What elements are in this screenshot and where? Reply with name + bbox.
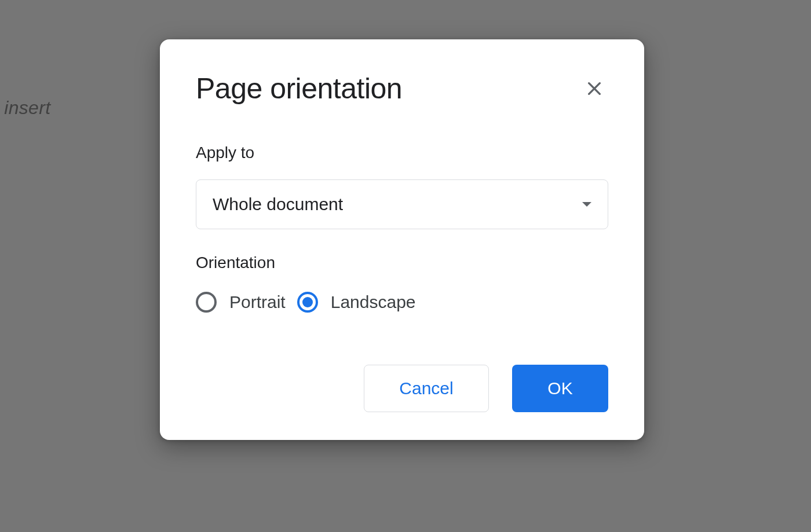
background-partial-text: o insert <box>0 97 50 119</box>
radio-label-landscape: Landscape <box>331 292 416 312</box>
apply-to-label: Apply to <box>196 144 608 162</box>
apply-to-dropdown[interactable]: Whole document <box>196 179 608 229</box>
dialog-header: Page orientation <box>196 72 608 105</box>
radio-option-portrait[interactable]: Portrait <box>196 292 286 313</box>
orientation-label: Orientation <box>196 254 608 272</box>
cancel-button[interactable]: Cancel <box>364 365 489 412</box>
apply-to-value: Whole document <box>213 195 343 214</box>
page-orientation-dialog: Page orientation Apply to Whole document… <box>160 39 644 440</box>
close-icon <box>585 79 604 98</box>
close-button[interactable] <box>580 75 608 102</box>
dialog-button-row: Cancel OK <box>196 365 608 412</box>
chevron-down-icon <box>582 202 591 207</box>
orientation-radio-group: Portrait Landscape <box>196 292 608 313</box>
dialog-title: Page orientation <box>196 72 402 105</box>
radio-option-landscape[interactable]: Landscape <box>297 292 416 313</box>
radio-label-portrait: Portrait <box>229 292 286 312</box>
radio-unchecked-icon <box>196 292 217 313</box>
ok-button[interactable]: OK <box>512 365 608 412</box>
radio-checked-icon <box>297 292 318 313</box>
